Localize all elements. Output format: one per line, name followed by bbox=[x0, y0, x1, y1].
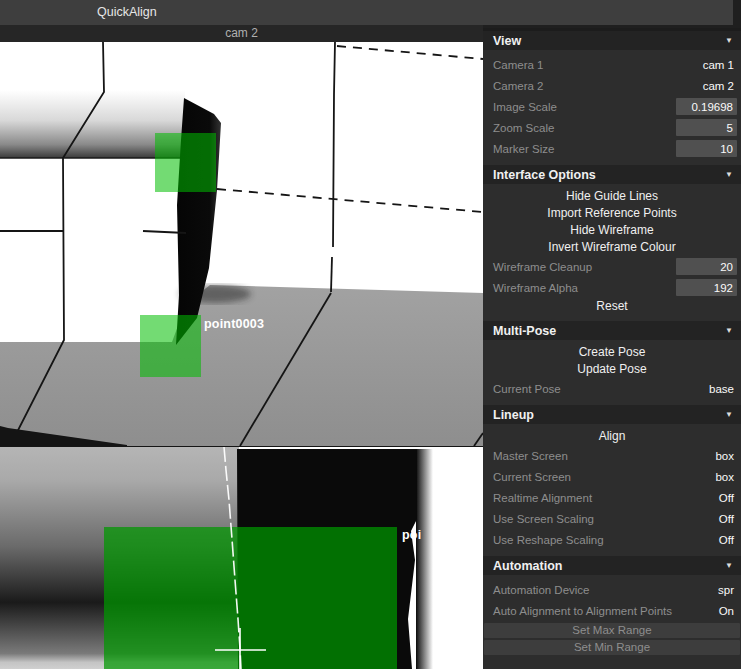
section-lineup: Lineup▼AlignMaster ScreenboxCurrent Scre… bbox=[483, 405, 741, 550]
row-value-current-pose[interactable]: base bbox=[709, 383, 737, 395]
value-input-zoom-scale[interactable] bbox=[676, 119, 737, 136]
panel-row-marker-size: Marker Size bbox=[483, 138, 741, 159]
row-value-camera-2[interactable]: cam 2 bbox=[703, 80, 737, 92]
panel-row-use-screen-scaling: Use Screen ScalingOff bbox=[483, 508, 741, 529]
section-title: View bbox=[493, 34, 521, 48]
button-invert-wireframe-colour[interactable]: Invert Wireframe Colour bbox=[483, 239, 741, 256]
collapse-triangle-icon[interactable]: ▼ bbox=[725, 36, 733, 45]
row-label: Camera 1 bbox=[493, 59, 544, 71]
alignment-marker-zoom[interactable] bbox=[104, 527, 397, 669]
quickalign-window: QuickAlign cam 2 bbox=[0, 0, 741, 669]
row-label: Zoom Scale bbox=[493, 122, 554, 134]
row-value-realtime-alignment[interactable]: Off bbox=[719, 492, 737, 504]
button-reset[interactable]: Reset bbox=[483, 298, 741, 315]
collapse-triangle-icon[interactable]: ▼ bbox=[725, 170, 733, 179]
value-input-marker-size[interactable] bbox=[676, 140, 737, 157]
section-body-automation: Automation DevicesprAuto Alignment to Al… bbox=[483, 575, 741, 655]
row-label: Use Screen Scaling bbox=[493, 513, 594, 525]
row-value-use-reshape-scaling[interactable]: Off bbox=[719, 534, 737, 546]
row-label: Image Scale bbox=[493, 101, 557, 113]
collapse-triangle-icon[interactable]: ▼ bbox=[725, 326, 733, 335]
row-label: Current Screen bbox=[493, 471, 571, 483]
button-set-min-range[interactable]: Set Min Range bbox=[484, 640, 740, 655]
panel-row-use-reshape-scaling: Use Reshape ScalingOff bbox=[483, 529, 741, 550]
button-hide-wireframe[interactable]: Hide Wireframe bbox=[483, 222, 741, 239]
panel-row-auto-alignment-to-alignment-points: Auto Alignment to Alignment PointsOn bbox=[483, 600, 741, 621]
panel-row-current-screen: Current Screenbox bbox=[483, 466, 741, 487]
value-input-wireframe-cleanup[interactable] bbox=[676, 258, 737, 275]
section-header-lineup[interactable]: Lineup▼ bbox=[483, 405, 741, 424]
row-label: Automation Device bbox=[493, 584, 590, 596]
section-header-multi-pose[interactable]: Multi-Pose▼ bbox=[483, 321, 741, 340]
panel-row-wireframe-cleanup: Wireframe Cleanup bbox=[483, 256, 741, 277]
collapse-triangle-icon[interactable]: ▼ bbox=[725, 410, 733, 419]
row-value-auto-alignment-to-alignment-points[interactable]: On bbox=[719, 605, 737, 617]
section-header-view[interactable]: View▼ bbox=[483, 31, 741, 50]
active-camera-label: cam 2 bbox=[0, 25, 483, 42]
panel-row-zoom-scale: Zoom Scale bbox=[483, 117, 741, 138]
row-value-automation-device[interactable]: spr bbox=[718, 584, 737, 596]
section-header-interface-options[interactable]: Interface Options▼ bbox=[483, 165, 741, 184]
section-title: Automation bbox=[493, 559, 562, 573]
section-automation: Automation▼Automation DevicesprAuto Alig… bbox=[483, 556, 741, 655]
panel-row-camera-1: Camera 1cam 1 bbox=[483, 54, 741, 75]
row-label: Camera 2 bbox=[493, 80, 544, 92]
button-align[interactable]: Align bbox=[483, 428, 741, 445]
section-title: Interface Options bbox=[493, 168, 596, 182]
section-view: View▼Camera 1cam 1Camera 2cam 2Image Sca… bbox=[483, 31, 741, 159]
panel-row-automation-device: Automation Devicespr bbox=[483, 579, 741, 600]
panel-row-camera-2: Camera 2cam 2 bbox=[483, 75, 741, 96]
row-value-master-screen[interactable]: box bbox=[715, 450, 737, 462]
button-set-max-range[interactable]: Set Max Range bbox=[484, 623, 740, 638]
button-import-reference-points[interactable]: Import Reference Points bbox=[483, 205, 741, 222]
row-label: Wireframe Cleanup bbox=[493, 261, 592, 273]
section-body-multi-pose: Create PoseUpdate PoseCurrent Posebase bbox=[483, 340, 741, 399]
alignment-marker-upper[interactable] bbox=[155, 133, 216, 192]
panel-row-image-scale: Image Scale bbox=[483, 96, 741, 117]
point-label-partial: poi bbox=[402, 528, 421, 542]
camera-label-bar: cam 2 bbox=[0, 25, 483, 42]
row-label: Marker Size bbox=[493, 143, 554, 155]
settings-panel: View▼Camera 1cam 1Camera 2cam 2Image Sca… bbox=[483, 28, 741, 669]
panel-row-wireframe-alpha: Wireframe Alpha bbox=[483, 277, 741, 298]
section-multi-pose: Multi-Pose▼Create PoseUpdate PoseCurrent… bbox=[483, 321, 741, 399]
alignment-marker-point0003[interactable] bbox=[140, 315, 201, 377]
section-body-lineup: AlignMaster ScreenboxCurrent ScreenboxRe… bbox=[483, 424, 741, 550]
section-interface-options: Interface Options▼Hide Guide LinesImport… bbox=[483, 165, 741, 315]
panel-row-master-screen: Master Screenbox bbox=[483, 445, 741, 466]
row-label: Master Screen bbox=[493, 450, 568, 462]
viewport-bottom-scene[interactable] bbox=[0, 447, 483, 669]
section-body-interface-options: Hide Guide LinesImport Reference PointsH… bbox=[483, 184, 741, 315]
viewport-top-scene[interactable] bbox=[0, 42, 483, 446]
section-body-view: Camera 1cam 1Camera 2cam 2Image ScaleZoo… bbox=[483, 50, 741, 159]
row-label: Use Reshape Scaling bbox=[493, 534, 604, 546]
button-update-pose[interactable]: Update Pose bbox=[483, 361, 741, 378]
button-create-pose[interactable]: Create Pose bbox=[483, 344, 741, 361]
value-input-image-scale[interactable] bbox=[676, 98, 737, 115]
point-label-point0003: point0003 bbox=[204, 317, 264, 331]
row-value-current-screen[interactable]: box bbox=[715, 471, 737, 483]
row-value-use-screen-scaling[interactable]: Off bbox=[719, 513, 737, 525]
section-header-automation[interactable]: Automation▼ bbox=[483, 556, 741, 575]
panel-row-current-pose: Current Posebase bbox=[483, 378, 741, 399]
window-title: QuickAlign bbox=[97, 0, 157, 25]
collapse-triangle-icon[interactable]: ▼ bbox=[725, 561, 733, 570]
fin-edge-blur bbox=[416, 449, 433, 669]
section-title: Lineup bbox=[493, 408, 534, 422]
row-label: Wireframe Alpha bbox=[493, 282, 578, 294]
title-bar[interactable]: QuickAlign bbox=[0, 0, 733, 25]
value-input-wireframe-alpha[interactable] bbox=[676, 279, 737, 296]
row-value-camera-1[interactable]: cam 1 bbox=[703, 59, 737, 71]
panel-row-realtime-alignment: Realtime AlignmentOff bbox=[483, 487, 741, 508]
row-label: Current Pose bbox=[493, 383, 561, 395]
row-label: Realtime Alignment bbox=[493, 492, 592, 504]
button-hide-guide-lines[interactable]: Hide Guide Lines bbox=[483, 188, 741, 205]
row-label: Auto Alignment to Alignment Points bbox=[493, 605, 672, 617]
section-title: Multi-Pose bbox=[493, 324, 556, 338]
